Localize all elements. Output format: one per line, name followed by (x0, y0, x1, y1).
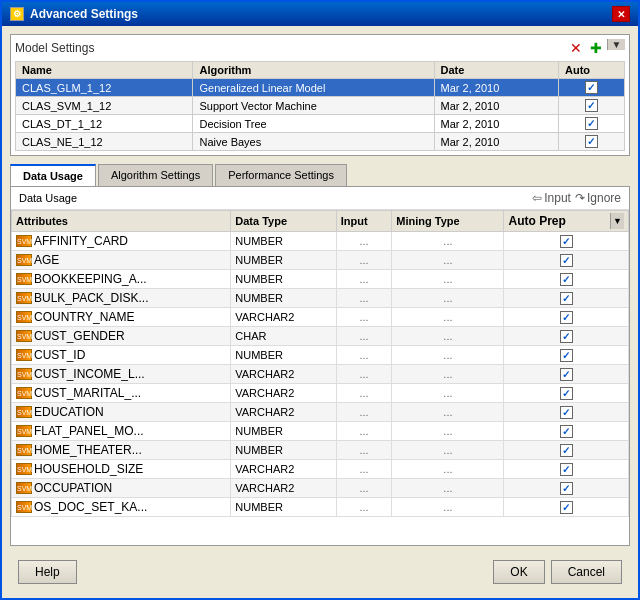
tab-data-usage[interactable]: Data Usage (10, 164, 96, 186)
attr-auto-prep[interactable] (504, 251, 629, 270)
attr-name: SVM HOME_THEATER... (12, 441, 231, 460)
model-table-row[interactable]: CLAS_SVM_1_12 Support Vector Machine Mar… (16, 97, 625, 115)
help-button[interactable]: Help (18, 560, 77, 584)
data-table-row[interactable]: SVM OS_DOC_SET_KA... NUMBER ... ... (12, 498, 629, 517)
auto-checkbox[interactable] (585, 117, 598, 130)
auto-prep-checkbox[interactable] (560, 235, 573, 248)
model-table-row[interactable]: CLAS_NE_1_12 Naive Bayes Mar 2, 2010 (16, 133, 625, 151)
tab-algorithm-settings[interactable]: Algorithm Settings (98, 164, 213, 186)
data-table-row[interactable]: SVM AGE NUMBER ... ... (12, 251, 629, 270)
auto-prep-dropdown[interactable]: ▼ (610, 213, 624, 229)
auto-prep-checkbox[interactable] (560, 406, 573, 419)
attr-data-type: NUMBER (231, 232, 337, 251)
auto-prep-checkbox[interactable] (560, 482, 573, 495)
data-table-row[interactable]: SVM CUST_GENDER CHAR ... ... (12, 327, 629, 346)
auto-prep-checkbox[interactable] (560, 463, 573, 476)
attr-data-type: VARCHAR2 (231, 403, 337, 422)
close-button[interactable]: ✕ (612, 6, 630, 22)
data-table-row[interactable]: SVM CUST_ID NUMBER ... ... (12, 346, 629, 365)
attr-input: ... (336, 479, 392, 498)
attr-auto-prep[interactable] (504, 270, 629, 289)
cancel-button[interactable]: Cancel (551, 560, 622, 584)
model-dropdown-arrow[interactable]: ▼ (607, 39, 625, 50)
attr-name: SVM BOOKKEEPING_A... (12, 270, 231, 289)
model-algorithm: Naive Bayes (193, 133, 434, 151)
attr-auto-prep[interactable] (504, 289, 629, 308)
auto-checkbox[interactable] (585, 99, 598, 112)
auto-prep-checkbox[interactable] (560, 254, 573, 267)
attr-auto-prep[interactable] (504, 232, 629, 251)
attr-icon: SVM (16, 330, 32, 342)
model-auto[interactable] (558, 79, 624, 97)
attr-auto-prep[interactable] (504, 365, 629, 384)
attr-auto-prep[interactable] (504, 327, 629, 346)
data-table-row[interactable]: SVM HOME_THEATER... NUMBER ... ... (12, 441, 629, 460)
auto-prep-checkbox[interactable] (560, 425, 573, 438)
attr-mining: ... (392, 308, 504, 327)
input-label: Input (544, 191, 571, 205)
attr-icon: SVM (16, 406, 32, 418)
attr-icon: SVM (16, 444, 32, 456)
attr-auto-prep[interactable] (504, 384, 629, 403)
auto-prep-checkbox[interactable] (560, 444, 573, 457)
attr-auto-prep[interactable] (504, 441, 629, 460)
auto-prep-checkbox[interactable] (560, 330, 573, 343)
attr-auto-prep[interactable] (504, 460, 629, 479)
attr-name: SVM AFFINITY_CARD (12, 232, 231, 251)
attr-auto-prep[interactable] (504, 498, 629, 517)
auto-prep-checkbox[interactable] (560, 292, 573, 305)
attr-data-type: CHAR (231, 327, 337, 346)
data-table-row[interactable]: SVM HOUSEHOLD_SIZE VARCHAR2 ... ... (12, 460, 629, 479)
tab-performance-settings[interactable]: Performance Settings (215, 164, 347, 186)
attr-label: OS_DOC_SET_KA... (34, 500, 147, 514)
data-table-row[interactable]: SVM FLAT_PANEL_MO... NUMBER ... ... (12, 422, 629, 441)
data-table-row[interactable]: SVM CUST_MARITAL_... VARCHAR2 ... ... (12, 384, 629, 403)
model-name: CLAS_GLM_1_12 (16, 79, 193, 97)
add-model-button[interactable]: ✚ (587, 39, 605, 57)
model-table-row[interactable]: CLAS_DT_1_12 Decision Tree Mar 2, 2010 (16, 115, 625, 133)
auto-prep-checkbox[interactable] (560, 349, 573, 362)
data-table: Attributes Data Type Input Mining Type A… (11, 210, 629, 517)
attr-auto-prep[interactable] (504, 346, 629, 365)
tab-header-actions: ⇦ Input ↷ Ignore (532, 191, 621, 205)
data-table-wrapper[interactable]: Attributes Data Type Input Mining Type A… (11, 210, 629, 545)
attr-auto-prep[interactable] (504, 308, 629, 327)
auto-prep-checkbox[interactable] (560, 501, 573, 514)
auto-prep-checkbox[interactable] (560, 387, 573, 400)
attr-icon: SVM (16, 425, 32, 437)
auto-checkbox[interactable] (585, 135, 598, 148)
model-table-row[interactable]: CLAS_GLM_1_12 Generalized Linear Model M… (16, 79, 625, 97)
data-table-row[interactable]: SVM OCCUPATION VARCHAR2 ... ... (12, 479, 629, 498)
remove-model-button[interactable]: ✕ (567, 39, 585, 57)
data-table-row[interactable]: SVM BOOKKEEPING_A... NUMBER ... ... (12, 270, 629, 289)
data-table-row[interactable]: SVM CUST_INCOME_L... VARCHAR2 ... ... (12, 365, 629, 384)
data-table-row[interactable]: SVM COUNTRY_NAME VARCHAR2 ... ... (12, 308, 629, 327)
auto-prep-checkbox[interactable] (560, 273, 573, 286)
attr-name: SVM CUST_INCOME_L... (12, 365, 231, 384)
input-action[interactable]: ⇦ Input (532, 191, 571, 205)
auto-prep-checkbox[interactable] (560, 368, 573, 381)
model-auto[interactable] (558, 133, 624, 151)
window-body: Model Settings ✕ ✚ ▼ Name Algorithm Date… (2, 26, 638, 598)
attr-auto-prep[interactable] (504, 403, 629, 422)
ignore-action[interactable]: ↷ Ignore (575, 191, 621, 205)
model-auto[interactable] (558, 97, 624, 115)
attr-input: ... (336, 384, 392, 403)
attr-auto-prep[interactable] (504, 479, 629, 498)
attr-name: SVM OS_DOC_SET_KA... (12, 498, 231, 517)
col-input: Input (336, 211, 392, 232)
attr-data-type: VARCHAR2 (231, 365, 337, 384)
auto-prep-checkbox[interactable] (560, 311, 573, 324)
auto-checkbox[interactable] (585, 81, 598, 94)
ok-button[interactable]: OK (493, 560, 544, 584)
data-table-row[interactable]: SVM EDUCATION VARCHAR2 ... ... (12, 403, 629, 422)
model-table: Name Algorithm Date Auto CLAS_GLM_1_12 G… (15, 61, 625, 151)
data-table-row[interactable]: SVM AFFINITY_CARD NUMBER ... ... (12, 232, 629, 251)
data-table-row[interactable]: SVM BULK_PACK_DISK... NUMBER ... ... (12, 289, 629, 308)
model-auto[interactable] (558, 115, 624, 133)
tab-bar: Data Usage Algorithm Settings Performanc… (10, 164, 630, 186)
attr-auto-prep[interactable] (504, 422, 629, 441)
model-date: Mar 2, 2010 (434, 115, 558, 133)
attr-name: SVM CUST_ID (12, 346, 231, 365)
attr-label: AGE (34, 253, 59, 267)
